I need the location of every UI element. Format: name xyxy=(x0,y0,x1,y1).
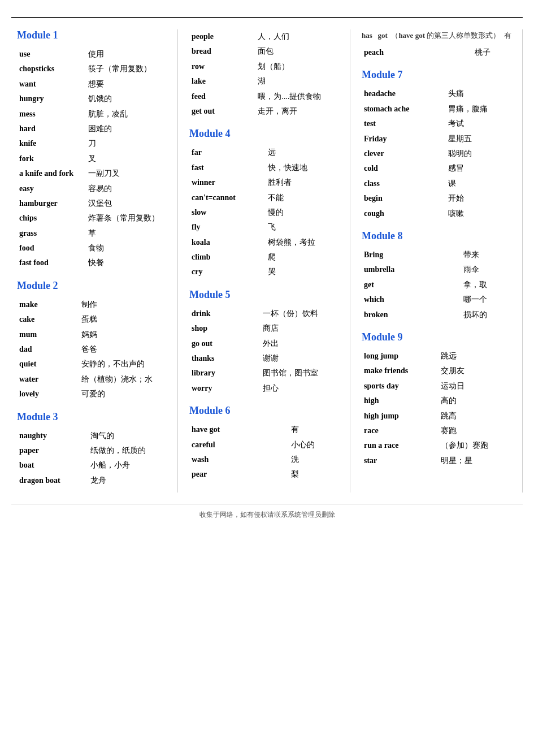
vocab-en: food xyxy=(17,241,86,256)
vocab-en: boat xyxy=(17,458,88,473)
vocab-row: umbrella雨伞 xyxy=(362,262,516,277)
vocab-zh: 交朋友 xyxy=(439,364,516,378)
vocab-row: knife刀 xyxy=(17,136,172,151)
vocab-row: sports day运动日 xyxy=(362,379,516,394)
column-2: people人，人们bread面包row划（船）lake湖feed喂，为....… xyxy=(184,29,350,493)
vocab-row: cake蛋糕 xyxy=(17,312,172,327)
vocab-zh: 刀 xyxy=(86,136,172,151)
vocab-zh: 爸爸 xyxy=(79,342,172,357)
vocab-en: chips xyxy=(17,211,86,226)
vocab-zh: 哪一个 xyxy=(461,292,516,307)
vocab-en: Friday xyxy=(362,132,446,146)
vocab-en: star xyxy=(362,453,439,468)
vocab-en: paper xyxy=(17,443,88,458)
vocab-row: koala树袋熊，考拉 xyxy=(189,235,344,250)
vocab-en: cold xyxy=(362,161,446,176)
vocab-row: feed喂，为....提供食物 xyxy=(189,89,344,104)
vocab-en: cough xyxy=(362,206,446,221)
vocab-row: want想要 xyxy=(17,77,172,92)
vocab-zh: 汉堡包 xyxy=(86,196,172,211)
vocab-en: grass xyxy=(17,226,86,241)
vocab-row: a knife and fork一副刀叉 xyxy=(17,166,172,181)
vocab-en: easy xyxy=(17,182,86,196)
vocab-table-module1-cont: people人，人们bread面包row划（船）lake湖feed喂，为....… xyxy=(189,29,344,119)
has-got-line: has got （have got 的第三人称单数形式） 有 xyxy=(362,29,516,42)
vocab-zh: 饥饿的 xyxy=(86,92,172,106)
vocab-zh: 一副刀叉 xyxy=(86,166,172,181)
vocab-table-module6: have got有careful小心的wash洗pear梨 xyxy=(189,422,344,482)
module-title-module7: Module 7 xyxy=(362,69,516,81)
vocab-row: fast food快餐 xyxy=(17,256,172,270)
vocab-en: wash xyxy=(189,452,289,467)
vocab-row: broken损坏的 xyxy=(362,308,516,322)
vocab-zh: 咳嗽 xyxy=(446,206,516,221)
vocab-table-module9: long jump跳远make friends交朋友sports day运动日h… xyxy=(362,349,516,468)
vocab-en: can't=cannot xyxy=(189,191,266,205)
vocab-en: pear xyxy=(189,467,289,482)
module-title-module5: Module 5 xyxy=(189,289,344,301)
vocab-row: winner胜利者 xyxy=(189,175,344,190)
vocab-zh: 损坏的 xyxy=(461,308,516,322)
module-title-module3: Module 3 xyxy=(17,411,172,423)
vocab-row: cry哭 xyxy=(189,265,344,279)
vocab-zh: 妈妈 xyxy=(79,327,172,342)
vocab-row: water给（植物）浇水；水 xyxy=(17,372,172,387)
vocab-table-module7: headache头痛stomach ache胃痛，腹痛test考试Friday星… xyxy=(362,87,516,221)
vocab-en: clever xyxy=(362,146,446,161)
module-title-module9: Module 9 xyxy=(362,331,516,343)
vocab-en: people xyxy=(189,29,255,44)
vocab-zh: 快，快速地 xyxy=(266,161,344,175)
vocab-zh: 洗 xyxy=(289,452,344,467)
vocab-row: star明星；星 xyxy=(362,453,516,468)
vocab-en: get xyxy=(362,278,461,292)
vocab-zh: 慢的 xyxy=(266,205,344,220)
vocab-zh: 运动日 xyxy=(439,379,516,394)
vocab-row: long jump跳远 xyxy=(362,349,516,364)
vocab-zh: 拿，取 xyxy=(461,278,516,292)
vocab-en: far xyxy=(189,145,266,160)
vocab-en: hamburger xyxy=(17,196,86,211)
vocab-en: stomach ache xyxy=(362,102,446,116)
vocab-table-module3: naughty淘气的paper纸做的，纸质的boat小船，小舟dragon bo… xyxy=(17,429,172,489)
module-title-module2: Module 2 xyxy=(17,280,172,292)
vocab-row: class课 xyxy=(362,176,516,191)
vocab-zh: 肮脏，凌乱 xyxy=(86,107,172,122)
vocab-row: bread面包 xyxy=(189,44,344,59)
vocab-en: careful xyxy=(189,438,289,452)
vocab-row: shop商店 xyxy=(189,321,344,336)
vocab-zh: 高的 xyxy=(439,394,516,408)
vocab-zh: 开始 xyxy=(446,191,516,206)
vocab-en: koala xyxy=(189,235,266,250)
vocab-zh: 图书馆，图书室 xyxy=(261,366,344,381)
vocab-en: cake xyxy=(17,312,79,327)
vocab-row: Bring带来 xyxy=(362,248,516,262)
vocab-en: knife xyxy=(17,136,86,151)
vocab-en: class xyxy=(362,176,446,191)
vocab-zh: 聪明的 xyxy=(446,146,516,161)
vocab-zh: 有 xyxy=(289,422,344,437)
vocab-zh: 纸做的，纸质的 xyxy=(88,443,172,458)
vocab-en: library xyxy=(189,366,261,381)
vocab-en: dad xyxy=(17,342,79,357)
vocab-row: dad爸爸 xyxy=(17,342,172,357)
vocab-row: lovely可爱的 xyxy=(17,387,172,401)
vocab-en: high xyxy=(362,394,439,408)
vocab-en: high jump xyxy=(362,409,439,424)
vocab-zh: 胜利者 xyxy=(266,175,344,190)
vocab-en: use xyxy=(17,47,86,62)
vocab-en: race xyxy=(362,424,439,438)
vocab-row: quiet安静的，不出声的 xyxy=(17,357,172,371)
vocab-row: chips炸薯条（常用复数） xyxy=(17,211,172,226)
vocab-row: food食物 xyxy=(17,241,172,256)
vocab-en: fast xyxy=(189,161,266,175)
page-container: Module 1use使用chopsticks筷子（常用复数）want想要hun… xyxy=(11,17,523,520)
vocab-row: begin开始 xyxy=(362,191,516,206)
vocab-zh: 安静的，不出声的 xyxy=(79,357,172,371)
vocab-zh: 食物 xyxy=(86,241,172,256)
vocab-en: cry xyxy=(189,265,266,279)
vocab-zh: 淘气的 xyxy=(88,429,172,443)
vocab-row: row划（船） xyxy=(189,59,344,74)
vocab-en: winner xyxy=(189,175,266,190)
vocab-en: quiet xyxy=(17,357,79,371)
vocab-en: long jump xyxy=(362,349,439,364)
